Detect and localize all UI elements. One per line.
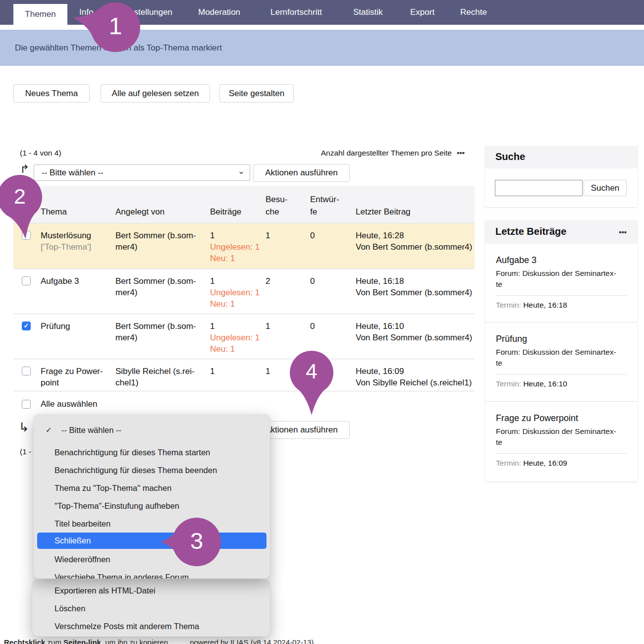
menu-item-label: Löschen bbox=[54, 599, 85, 617]
menu-item-label: Thema zu "Top-Thema" machen bbox=[54, 479, 171, 497]
marker-number: 1 bbox=[109, 12, 122, 40]
topic-last-post: Heute, 16:28Von Bert Sommer (b.sommer4) bbox=[356, 230, 472, 253]
search-button[interactable]: Suchen bbox=[584, 180, 627, 196]
action-select-top[interactable]: -- Bitte wählen -- ⌄ bbox=[34, 164, 250, 181]
col-angelegt: Angelegt von bbox=[115, 206, 164, 218]
table-row: Aufgabe 3Bert Sommer (b.som-mer4)1Ungele… bbox=[13, 268, 475, 314]
latest-post-title[interactable]: Prüfung bbox=[496, 334, 527, 344]
forum-admin-page: ThemenInfoEinstellungenModerationLernfor… bbox=[0, 0, 644, 644]
latest-posts-menu-icon[interactable]: ••• bbox=[619, 228, 627, 236]
topic-last-post: Heute, 16:18Von Bert Sommer (b.sommer4) bbox=[356, 275, 472, 298]
topic-author: Bert Sommer (b.som-mer4) bbox=[115, 275, 196, 298]
row-checkbox[interactable] bbox=[22, 367, 31, 376]
latest-post-forum: Forum: Diskussion der Seminartex-te bbox=[496, 426, 616, 448]
per-page-label: Anzahl dargestellter Themen pro Seite ••… bbox=[321, 149, 465, 158]
footer-line: Rechtsklick zum Seiten-link, um ihn zu k… bbox=[4, 638, 314, 644]
topic-author: Bert Sommer (b.som-mer4) bbox=[115, 321, 196, 343]
search-panel-header: Suche bbox=[485, 146, 638, 168]
topic-posts: 1 bbox=[210, 366, 215, 377]
new-count: Neu: 1 bbox=[210, 344, 235, 354]
topic-visits: 1 bbox=[266, 366, 270, 377]
table-row: Frage zu Power-pointSibylle Reichel (s.r… bbox=[13, 359, 475, 391]
menu-item[interactable]: Löschen bbox=[32, 599, 270, 617]
marker-number: 4 bbox=[306, 360, 317, 383]
search-panel: Suche Suchen bbox=[485, 146, 638, 207]
latest-posts-header: Letzte Beiträge ••• bbox=[485, 220, 638, 244]
new-count: Neu: 1 bbox=[210, 299, 235, 309]
table-row: PrüfungBert Sommer (b.som-mer4)1Ungelese… bbox=[13, 314, 475, 359]
topic-author: Sibylle Reichel (s.rei-chel1) bbox=[115, 366, 195, 388]
unread-count: Ungelesen: 1 bbox=[210, 288, 260, 297]
latest-post-forum: Forum: Diskussion der Seminartex-te bbox=[496, 268, 616, 290]
footer-powered-by: powered by ILIAS (v8.14 2024-02-13) bbox=[190, 638, 314, 644]
dotted-divider bbox=[496, 453, 627, 454]
marker-pin-shape bbox=[282, 343, 341, 427]
topic-title[interactable]: Prüfung bbox=[41, 321, 112, 332]
search-panel-title: Suche bbox=[495, 151, 525, 162]
execute-actions-button-top[interactable]: Aktionen ausführen bbox=[253, 164, 350, 182]
topic-posts: 1Ungelesen: 1Neu: 1 bbox=[210, 230, 260, 264]
unread-count: Ungelesen: 1 bbox=[210, 242, 260, 252]
toolbar-button-1[interactable]: Neues Thema bbox=[13, 84, 90, 103]
result-range-top: (1 - 4 von 4) bbox=[20, 149, 61, 158]
topic-drafts: 0 bbox=[310, 230, 315, 241]
menu-item[interactable]: ✓-- Bitte wählen -- bbox=[34, 421, 270, 439]
latest-posts-panel: Letzte Beiträge ••• Aufgabe 3Forum: Disk… bbox=[485, 220, 638, 482]
tab-themen[interactable]: Themen bbox=[13, 4, 67, 25]
topic-last-post: Heute, 16:09Von Sibylle Reichel (s.reich… bbox=[356, 366, 472, 388]
dotted-divider bbox=[496, 374, 627, 375]
new-count: Neu: 1 bbox=[210, 254, 235, 263]
menu-item[interactable]: Exportieren als HTML-Datei bbox=[32, 582, 270, 599]
menu-item[interactable]: Thema zu "Top-Thema" machen bbox=[34, 479, 270, 497]
menu-item-label: Schließen bbox=[54, 533, 91, 549]
select-all-label: Alle auswählen bbox=[41, 399, 97, 409]
menu-item-label: Benachrichtigung für dieses Thema starte… bbox=[54, 443, 210, 461]
menu-item-label: Verschmelze Posts mit anderem Thema bbox=[54, 617, 199, 635]
search-input[interactable] bbox=[495, 180, 583, 196]
tab-export[interactable]: Export bbox=[410, 0, 434, 25]
row-checkbox[interactable] bbox=[22, 322, 31, 330]
latest-post-termin: Termin: Heute, 16:10 bbox=[496, 379, 567, 388]
row-checkbox[interactable] bbox=[22, 276, 31, 285]
chevron-down-icon: ⌄ bbox=[238, 166, 245, 176]
table-row: Musterlösung['Top-Thema']Bert Sommer (b.… bbox=[13, 223, 475, 268]
termin-label: Termin: bbox=[496, 301, 521, 309]
latest-post-termin: Termin: Heute, 16:09 bbox=[496, 459, 567, 468]
menu-item-label: -- Bitte wählen -- bbox=[61, 421, 121, 439]
action-menu-overflow: Exportieren als HTML-DateiLöschenVerschm… bbox=[32, 580, 270, 637]
latest-post-title[interactable]: Frage zu Powerpoint bbox=[496, 413, 578, 424]
per-page-menu-icon[interactable]: ••• bbox=[457, 149, 465, 157]
col-beitraege: Beiträge bbox=[210, 206, 241, 218]
toolbar-button-2[interactable]: Alle auf gelesen setzen bbox=[101, 84, 210, 103]
topic-last-post: Heute, 16:10Von Bert Sommer (b.sommer4) bbox=[356, 321, 472, 343]
dotted-divider bbox=[496, 295, 627, 296]
select-all-checkbox[interactable] bbox=[22, 400, 31, 409]
menu-item[interactable]: Verschmelze Posts mit anderem Thema bbox=[32, 617, 270, 635]
latest-post-entry: Aufgabe 3Forum: Diskussion der Seminarte… bbox=[485, 244, 638, 322]
menu-item-label: Exportieren als HTML-Datei bbox=[54, 582, 156, 599]
apply-arrow-bottom-icon: ↳ bbox=[19, 420, 29, 434]
menu-item-label: Wiedereröffnen bbox=[54, 550, 110, 568]
latest-post-entry: Frage zu PowerpointForum: Diskussion der… bbox=[485, 401, 638, 482]
tab-lernfortschritt[interactable]: Lernfortschritt bbox=[270, 0, 322, 25]
latest-post-forum: Forum: Diskussion der Seminartex-te bbox=[496, 347, 616, 369]
footer-permalink-hint: Rechtsklick zum Seiten-link, um ihn zu k… bbox=[4, 638, 168, 644]
menu-item[interactable]: Benachrichtigung für dieses Thema beende… bbox=[34, 461, 270, 479]
tab-moderation[interactable]: Moderation bbox=[198, 0, 240, 25]
termin-label: Termin: bbox=[496, 459, 521, 467]
tab-statistik[interactable]: Statistik bbox=[353, 0, 383, 25]
tab-rechte[interactable]: Rechte bbox=[460, 0, 487, 25]
latest-post-title[interactable]: Aufgabe 3 bbox=[496, 255, 537, 266]
marker-number: 3 bbox=[190, 527, 203, 554]
marker-pin-shape bbox=[142, 512, 226, 572]
topic-author: Bert Sommer (b.som-mer4) bbox=[115, 230, 196, 253]
menu-item[interactable]: Benachrichtigung für dieses Thema starte… bbox=[34, 443, 270, 461]
menu-item-label: Benachrichtigung für dieses Thema beende… bbox=[54, 461, 217, 479]
topic-posts: 1Ungelesen: 1Neu: 1 bbox=[210, 321, 260, 355]
col-besuche: Besu-che bbox=[266, 193, 287, 218]
topic-title[interactable]: Aufgabe 3 bbox=[41, 275, 112, 287]
topic-drafts: 0 bbox=[310, 275, 315, 287]
unread-count: Ungelesen: 1 bbox=[210, 333, 260, 342]
toolbar-button-3[interactable]: Seite gestalten bbox=[219, 84, 294, 103]
topic-title[interactable]: Frage zu Power-point bbox=[41, 366, 112, 388]
